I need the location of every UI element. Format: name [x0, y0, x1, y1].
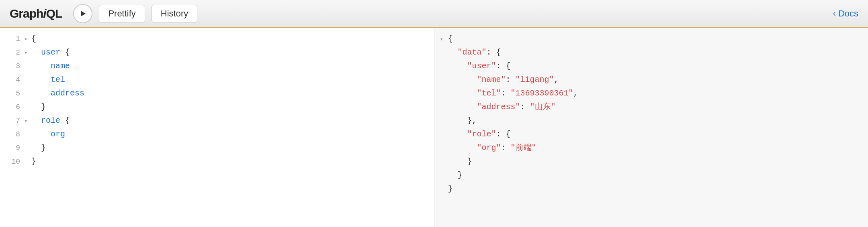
query-line-8: 8 org: [0, 128, 434, 141]
query-editor[interactable]: 1 ▾ { 2 ▾ user { 3 name 4 tel 5 address: [0, 28, 434, 227]
result-line-5: "tel": "13693390361",: [434, 87, 868, 100]
svg-marker-0: [81, 11, 86, 16]
query-line-4: 4 tel: [0, 73, 434, 87]
query-line-7: 7 ▾ role {: [0, 114, 434, 128]
result-line-2: "data": {: [434, 46, 868, 59]
main-area: 1 ▾ { 2 ▾ user { 3 name 4 tel 5 address: [0, 28, 868, 227]
query-line-9: 9 }: [0, 141, 434, 155]
result-line-11: }: [434, 168, 868, 182]
result-line-7: },: [434, 114, 868, 128]
result-panel[interactable]: ▾ { "data": { "user": { "name": "ligang"…: [434, 28, 868, 227]
app-logo: GraphiQL: [10, 7, 62, 20]
query-line-1: 1 ▾ {: [0, 32, 434, 46]
result-line-12: }: [434, 182, 868, 196]
result-line-4: "name": "ligang",: [434, 73, 868, 87]
result-line-10: }: [434, 155, 868, 168]
query-line-5: 5 address: [0, 87, 434, 100]
query-line-6: 6 }: [0, 100, 434, 114]
result-line-8: "role": {: [434, 128, 868, 141]
result-line-9: "org": "前端": [434, 141, 868, 155]
result-line-6: "address": "山东": [434, 100, 868, 114]
result-line-3: "user": {: [434, 59, 868, 73]
toolbar: GraphiQL Prettify History ‹ Docs: [0, 0, 868, 28]
prettify-button[interactable]: Prettify: [99, 5, 145, 22]
query-line-10: 10 }: [0, 155, 434, 168]
query-line-2: 2 ▾ user {: [0, 46, 434, 59]
chevron-left-icon: ‹: [833, 8, 836, 19]
query-line-3: 3 name: [0, 59, 434, 73]
result-line-1: ▾ {: [434, 32, 868, 46]
run-button[interactable]: [73, 4, 92, 23]
history-button[interactable]: History: [151, 5, 197, 22]
docs-button[interactable]: ‹ Docs: [833, 8, 858, 19]
